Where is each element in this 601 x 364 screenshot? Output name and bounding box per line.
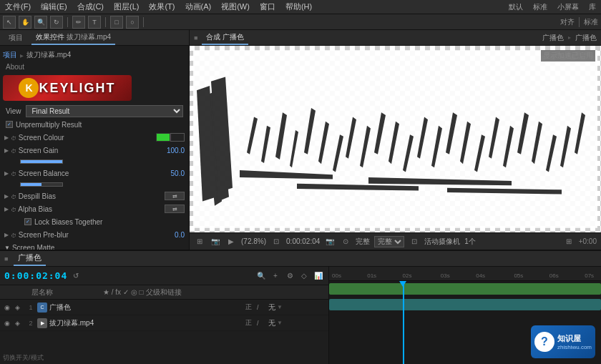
screen-colour-dark-swatch[interactable] [170,133,185,142]
layer-2-parent[interactable]: 无 ▼ [268,318,326,328]
alpha-bias-arrow: ▶ [4,206,9,212]
layer-2-eye[interactable]: ◉ [3,319,11,328]
preview-toggle-icon[interactable]: ⊙ [340,236,351,247]
col-name-header: 层名称 [3,287,103,297]
timeline-add-icon[interactable]: + [270,270,281,282]
timecode-display: 0:00:02:04 [4,270,67,281]
compose-icon: ■ [194,34,197,41]
tool-zoom[interactable]: 🔍 [34,16,47,29]
menu-item-window[interactable]: 窗口 [258,1,278,12]
screen-gain-value[interactable]: 100.0 [163,147,185,154]
layer-1-name[interactable]: 广播色 [49,302,240,313]
preview-play-icon[interactable]: ▶ [225,236,237,247]
layer-2-row[interactable]: ◉ ◈ 2 ▶ 拔刀绿幕.mp4 正 / 无 ▼ [0,315,328,331]
menu-item-layer[interactable]: 图层(L) [112,1,141,12]
layer-1-parent[interactable]: 无 ▼ [268,302,326,313]
tool-shape-ellipse[interactable]: ○ [126,16,139,29]
layer-2-mode: 正 [240,318,257,328]
watermark-question-icon: ? [541,335,548,348]
menu-item-view[interactable]: 视图(W) [219,1,252,12]
center-header-title[interactable]: 合成 广播色 [202,31,248,45]
preview-layout-icon[interactable]: ⊞ [563,236,575,247]
timeline-search-icon[interactable]: 🔍 [255,270,267,282]
workspace-library[interactable]: 库 [587,2,598,12]
workspace-default[interactable]: 默认 [507,2,525,12]
menu-item-compose[interactable]: 合成(C) [75,1,106,12]
tab-project[interactable]: 项目 [4,31,27,44]
preview-zoom[interactable]: (72.8%) [241,237,266,245]
screen-gain-bar[interactable] [20,159,63,164]
preview-camera-icon[interactable]: 📷 [210,236,221,247]
tool-shape-rect[interactable]: □ [110,16,123,29]
timeline-settings-icon[interactable]: ⚙ [284,270,295,282]
workspace-standard[interactable]: 标准 [531,2,549,12]
unpremultiply-row: ✓ Unpremultiply Result [3,118,186,131]
timeline-markers-icon[interactable]: ◇ [298,270,310,282]
layer-1-num: 1 [24,304,37,311]
screen-preblur-value[interactable]: 0.0 [163,231,185,239]
layer-2-name[interactable]: 拔刀绿幕.mp4 [49,318,240,328]
center-header: ■ 合成 广播色 广播色 ▸ 广播色 [190,30,601,46]
view-dropdown[interactable]: Final Result [26,105,184,117]
toolbar-separator-4 [579,17,580,27]
screen-colour-label: ⏱ Screen Colour [11,134,156,142]
alpha-bias-arrows[interactable]: ⇄ [165,205,185,213]
tool-select[interactable]: ↖ [3,16,16,29]
menu-item-file[interactable]: 文件(F) [3,1,33,12]
layer-row[interactable]: ◉ ◈ 1 C 广播色 正 / 无 ▼ [0,300,328,315]
preview-quality-select[interactable]: 完整 [374,236,404,247]
tab-effects[interactable]: 效果控件 拔刀绿幕.mp4 [31,31,115,45]
keylight-k-icon: K [19,78,39,98]
screen-matte-arrow[interactable]: ▼ [4,245,10,250]
unpremultiply-checkbox[interactable]: ✓ [6,121,13,128]
tool-text[interactable]: T [88,16,101,29]
screen-balance-value[interactable]: 50.0 [163,169,185,177]
compose-sub-tab-1[interactable]: 广播色 [542,33,564,43]
preview-snap-icon[interactable]: 📷 [324,236,336,247]
compose-sub-tab-2[interactable]: 广播色 [575,33,597,43]
menu-item-help[interactable]: 帮助(H) [283,1,314,12]
menu-item-effects[interactable]: 效果(T) [147,1,177,12]
menu-item-animate[interactable]: 动画(A) [183,1,214,12]
preview-more-options[interactable]: +0:00 [579,237,597,245]
menu-item-edit[interactable]: 编辑(E) [39,1,69,12]
timeline-refresh-icon[interactable]: ↺ [70,270,82,282]
layer-1-icon: C [37,302,47,313]
screen-colour-swatch[interactable] [156,133,170,142]
playhead[interactable] [403,281,404,364]
screen-balance-bar[interactable] [20,182,63,187]
screen-balance-label: ⏱ Screen Balance [11,169,163,177]
preview-grid-icon[interactable]: ⊞ [194,236,205,247]
preview-res-icon[interactable]: ⊡ [409,236,420,247]
preview-camera-count: 1个 [464,237,476,247]
timeline-area: ■ 广播色 0:00:02:04 ↺ 🔍 + ⚙ ◇ 📊 层名称 ★ / fx … [0,250,601,364]
keylight-about: About [3,62,186,72]
main-layout: 项目 效果控件 拔刀绿幕.mp4 项目 ▸ 拔刀绿幕.mp4 About K K… [0,30,601,250]
screen-balance-row: ▶ ⏱ Screen Balance 50.0 [3,167,186,179]
effects-path-file: 拔刀绿幕.mp4 [26,50,71,60]
preview-area[interactable]: 显示加速已启用 [190,46,601,232]
preview-region-icon[interactable]: ⊡ [270,236,282,247]
left-panel: 项目 效果控件 拔刀绿幕.mp4 项目 ▸ 拔刀绿幕.mp4 About K K… [0,30,190,250]
ruler-tick-2: 02s [403,272,412,279]
watermark-text: 知识屋 zhishiwu.com [557,333,592,350]
workspace-small[interactable]: 小屏幕 [555,2,581,12]
layer-1-vis-icons: ◉ ◈ [3,303,21,312]
layer-2-audio[interactable]: ◈ [13,319,21,328]
track-bar-1[interactable] [329,283,601,295]
lock-biases-checkbox[interactable]: ✓ [24,218,31,225]
despill-bias-arrows[interactable]: ⇄ [165,192,185,200]
tool-pen[interactable]: ✏ [72,16,85,29]
tool-move[interactable]: ✋ [19,16,31,29]
keylight-name: KEYLIGHT [39,81,115,96]
timeline-tab[interactable]: 广播色 [14,251,46,266]
view-label: View [6,107,21,115]
track-bar-2[interactable] [329,299,601,310]
layer-1-eye[interactable]: ◉ [3,303,11,312]
tool-rotate[interactable]: ↻ [50,16,63,29]
matte-content [190,46,601,232]
menu-bar: 文件(F) 编辑(E) 合成(C) 图层(L) 效果(T) 动画(A) 视图(W… [0,0,601,14]
layer-1-audio[interactable]: ◈ [13,303,21,312]
timeline-graph-icon[interactable]: 📊 [313,270,324,282]
screen-colour-row: ▶ ⏱ Screen Colour [3,131,186,144]
